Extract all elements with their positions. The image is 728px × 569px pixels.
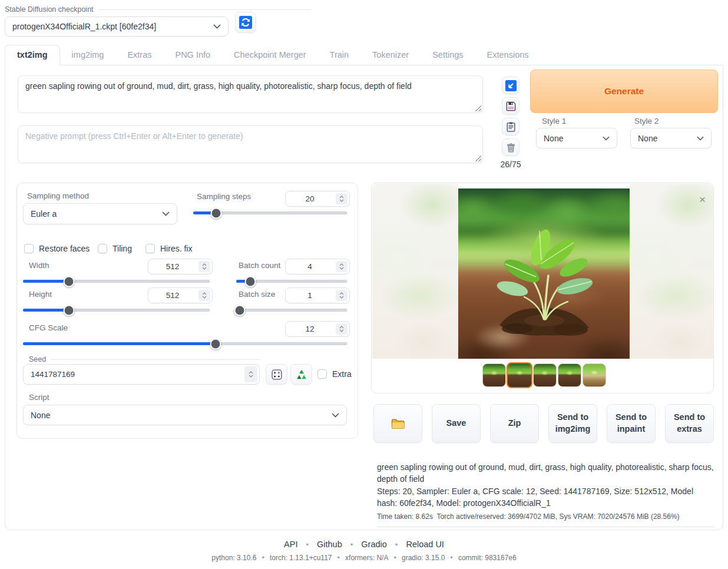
checkbox-icon [317,369,327,379]
checkpoint-label: Stable Diffusion checkpoint [5,5,94,14]
cfg-scale-slider[interactable] [23,342,347,345]
footer-link-reload-ui[interactable]: Reload UI [406,540,444,549]
separator-dot: • [306,540,309,549]
refresh-checkpoint-button[interactable] [235,12,256,33]
paste-generation-params-button[interactable] [502,77,519,94]
width-slider[interactable] [23,280,210,283]
sampling-steps-input[interactable]: 20 [285,191,350,207]
footer-versions: python: 3.10.6•torch: 1.13.1+cu117•xform… [0,553,728,562]
separator-dot: • [350,540,353,549]
batch-count-input[interactable]: 4 [285,259,350,274]
generation-settings-panel: Sampling method Euler a Sampling steps 2… [16,183,358,439]
slider-knob[interactable] [245,276,256,287]
save-label: Save [446,418,466,429]
negative-prompt-input[interactable] [18,125,483,163]
apply-style-button[interactable] [502,118,519,135]
tiling-checkbox[interactable]: Tiling [98,244,132,253]
recycle-icon [296,369,307,381]
seed-input[interactable]: 1441787169 [23,364,260,385]
spinner-icon[interactable] [336,323,348,335]
tab-img2img[interactable]: img2img [60,45,116,65]
spinner-icon[interactable] [336,261,348,272]
thumbnail-2-selected[interactable] [507,362,532,388]
sampling-steps-slider[interactable] [193,211,347,214]
save-style-button[interactable] [502,97,519,115]
slider-knob[interactable] [63,276,74,287]
cfg-scale-input[interactable]: 12 [285,321,350,337]
thumbnail-3[interactable] [533,363,557,387]
prompt-input[interactable]: green sapling rowing out of ground, mud,… [18,75,483,113]
random-seed-button[interactable] [266,364,287,385]
checkbox-icon [24,244,34,253]
extra-seed-checkbox[interactable]: Extra [317,369,352,379]
sampling-method-dropdown[interactable]: Euler a [23,203,177,224]
clipboard-icon [505,121,517,133]
restore-faces-checkbox[interactable]: Restore faces [24,244,90,253]
width-input[interactable]: 512 [148,259,213,274]
thumbnail-1[interactable] [482,363,506,387]
separator-dot: • [395,540,398,549]
tab-extensions[interactable]: Extensions [475,45,541,65]
cfg-scale-label: CFG Scale [29,323,68,332]
tab-png-info[interactable]: PNG Info [163,45,222,65]
tab-checkpoint-merger[interactable]: Checkpoint Merger [222,45,318,65]
tab-tokenizer[interactable]: Tokenizer [360,45,421,65]
clear-prompt-button[interactable] [502,138,519,156]
generated-image[interactable] [458,188,630,359]
open-folder-button[interactable] [373,404,422,443]
version-gradio: gradio: 3.15.0 [402,554,445,562]
generate-button[interactable]: Generate [530,70,718,113]
close-gallery-button[interactable]: × [699,194,706,205]
batch-size-input[interactable]: 1 [285,287,350,303]
batch-count-slider[interactable] [236,280,347,283]
send-to-extras-button[interactable]: Send to extras [665,404,714,443]
chevron-down-icon [697,136,704,141]
script-dropdown[interactable]: None [23,405,347,425]
batch-size-slider[interactable] [236,309,347,312]
save-button[interactable]: Save [432,404,481,443]
version-commit: commit: 983167e6 [458,554,517,562]
spinner-icon[interactable] [198,261,210,272]
tiling-label: Tiling [112,244,132,253]
height-slider[interactable] [23,309,210,312]
footer-link-gradio[interactable]: Gradio [361,540,387,549]
checkbox-icon [145,244,155,253]
spinner-icon[interactable] [336,193,348,204]
tab-extras[interactable]: Extras [115,45,163,65]
checkpoint-dropdown[interactable]: protogenX34OfficialR_1.ckpt [60fe2f34] [5,16,229,37]
tab-train[interactable]: Train [318,45,361,65]
slider-knob[interactable] [210,338,221,349]
gallery-blur-right [630,184,714,359]
dice-icon [271,369,283,381]
thumbnail-5[interactable] [583,363,606,387]
footer-link-api[interactable]: API [284,540,297,549]
send-to-inpaint-button[interactable]: Send to inpaint [607,404,656,443]
tab-txt2img[interactable]: txt2img [5,45,60,65]
spinner-icon[interactable] [198,290,210,301]
chevron-down-icon [213,24,221,29]
reuse-seed-button[interactable] [290,364,312,385]
hires-fix-label: Hires. fix [160,244,192,253]
sampling-steps-value: 20 [286,194,334,203]
chevron-down-icon [332,413,339,418]
thumbnail-4[interactable] [558,363,581,387]
spinner-icon[interactable] [336,290,348,301]
slider-knob[interactable] [211,207,222,219]
style1-dropdown[interactable]: None [536,128,617,148]
generation-info: green sapling rowing out of ground, mud,… [377,461,714,527]
slider-knob[interactable] [234,305,245,316]
spinner-icon[interactable] [244,366,257,382]
batch-count-value: 4 [286,262,334,271]
slider-knob[interactable] [63,305,74,316]
sampling-steps-label: Sampling steps [197,192,251,201]
style2-dropdown[interactable]: None [630,128,712,148]
tab-settings[interactable]: Settings [421,45,475,65]
footer-link-github[interactable]: Github [317,540,342,549]
zip-button[interactable]: Zip [490,404,539,443]
send-to-img2img-button[interactable]: Send to img2img [548,404,597,443]
hires-fix-checkbox[interactable]: Hires. fix [145,244,192,253]
footer-links: API•Github•Gradio•Reload UI [0,540,728,549]
sampling-method-label: Sampling method [27,191,89,200]
prompt-wrap: green sapling rowing out of ground, mud,… [18,75,483,113]
height-input[interactable]: 512 [148,287,213,303]
